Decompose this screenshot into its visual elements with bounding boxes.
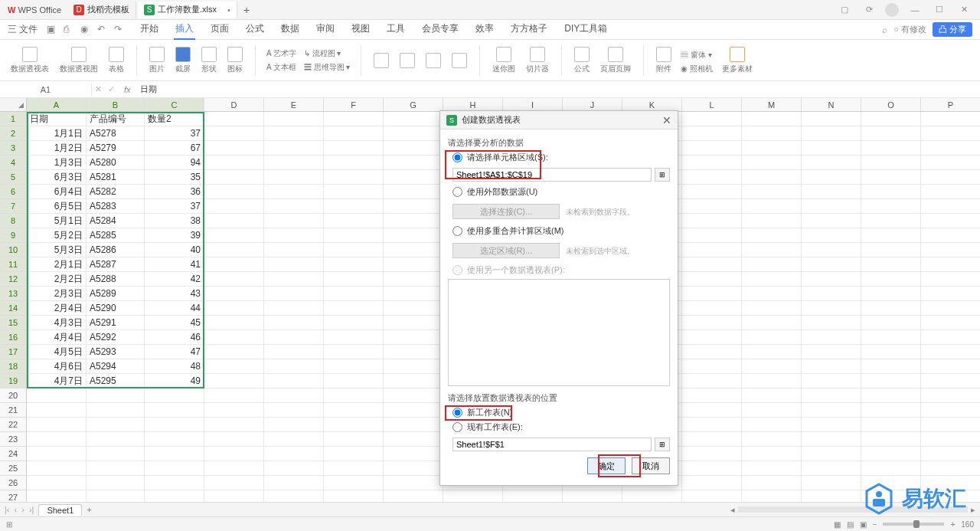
cell[interactable] (921, 476, 980, 490)
cell[interactable] (384, 403, 443, 418)
cell[interactable] (204, 301, 264, 316)
zoom-value[interactable]: 160 (961, 520, 974, 529)
dialog-opt-range[interactable]: 请选择单元格区域(S): (452, 152, 670, 163)
col-header-D[interactable]: D (204, 98, 264, 112)
ribbon-picture[interactable]: 图片 (148, 47, 166, 74)
cell[interactable] (204, 359, 264, 374)
cell[interactable] (742, 185, 802, 199)
cell[interactable] (324, 490, 384, 502)
cell[interactable] (384, 287, 443, 301)
cell[interactable] (742, 418, 802, 432)
fx-confirm-icon[interactable]: ✓ (105, 84, 118, 94)
row-header-13[interactable]: 13 (0, 287, 27, 301)
menu-tab-开始[interactable]: 开始 (139, 19, 160, 40)
cell[interactable] (27, 388, 87, 403)
cell[interactable] (204, 112, 264, 126)
col-header-E[interactable]: E (264, 98, 324, 112)
formula-input[interactable]: 日期 (137, 84, 980, 95)
cell[interactable] (204, 345, 264, 359)
cell[interactable] (264, 243, 324, 257)
cell[interactable] (204, 243, 264, 257)
cell[interactable] (264, 345, 324, 359)
cell[interactable] (682, 330, 742, 345)
menu-tab-插入[interactable]: 插入 (174, 19, 195, 40)
ribbon-chart-3[interactable] (424, 53, 443, 68)
cell[interactable] (682, 447, 742, 461)
col-header-N[interactable]: N (802, 98, 861, 112)
row-header-23[interactable]: 23 (0, 432, 27, 447)
sheet-nav-next[interactable]: › (21, 505, 24, 514)
cell[interactable]: A5290 (87, 301, 145, 316)
cell[interactable] (742, 170, 802, 185)
cell[interactable] (324, 170, 384, 185)
cell[interactable] (204, 388, 264, 403)
radio-select-range[interactable] (452, 152, 462, 162)
cell[interactable] (802, 461, 861, 476)
cell[interactable] (204, 156, 264, 170)
qat-undo-icon[interactable]: ↶ (97, 24, 109, 36)
cell[interactable] (802, 228, 861, 243)
cell[interactable] (145, 418, 204, 432)
cell[interactable] (204, 418, 264, 432)
qat-preview-icon[interactable]: ◉ (80, 24, 93, 36)
row-header-5[interactable]: 5 (0, 170, 27, 185)
dialog-titlebar[interactable]: S 创建数据透视表 ✕ (440, 111, 678, 129)
cell[interactable] (682, 476, 742, 490)
dialog-close-button[interactable]: ✕ (662, 114, 671, 126)
cell[interactable] (682, 490, 742, 502)
cell[interactable] (324, 330, 384, 345)
zoom-in-button[interactable]: + (950, 520, 955, 529)
cell[interactable]: A5295 (87, 374, 145, 388)
ribbon-chart-2[interactable] (398, 53, 416, 68)
view-break-icon[interactable]: ▣ (860, 520, 867, 529)
cell[interactable]: A5278 (87, 126, 145, 141)
cell[interactable] (742, 112, 802, 126)
name-box[interactable]: A1 (0, 84, 92, 96)
sheet-nav-last[interactable]: ›| (29, 505, 34, 514)
cell[interactable] (87, 403, 145, 418)
cell[interactable] (861, 432, 921, 447)
row-header-25[interactable]: 25 (0, 461, 27, 476)
cell[interactable] (921, 316, 980, 330)
cell[interactable] (204, 330, 264, 345)
cell[interactable] (921, 388, 980, 403)
cell[interactable] (861, 301, 921, 316)
row-header-4[interactable]: 4 (0, 156, 27, 170)
cell[interactable]: A5280 (87, 156, 145, 170)
cell[interactable] (861, 170, 921, 185)
row-header-19[interactable]: 19 (0, 374, 27, 388)
cell[interactable] (742, 447, 802, 461)
cell[interactable] (384, 228, 443, 243)
cell[interactable] (742, 432, 802, 447)
cell[interactable] (802, 345, 861, 359)
col-header-P[interactable]: P (921, 98, 980, 112)
cell[interactable] (921, 287, 980, 301)
cell[interactable] (264, 374, 324, 388)
minimize-button[interactable]: — (906, 2, 923, 18)
close-button[interactable]: ✕ (956, 2, 972, 18)
cell[interactable] (384, 316, 443, 330)
cell[interactable] (861, 243, 921, 257)
ribbon-pivot-chart[interactable]: 数据透视图 (58, 47, 100, 74)
cell[interactable] (861, 126, 921, 141)
cell[interactable] (921, 359, 980, 374)
cell[interactable]: A5282 (87, 185, 145, 199)
cell[interactable] (264, 403, 324, 418)
cell[interactable] (384, 301, 443, 316)
file-menu[interactable]: 三 文件 (8, 23, 38, 36)
cell[interactable] (921, 185, 980, 199)
sheet-nav-prev[interactable]: ‹ (15, 505, 18, 514)
cell[interactable] (264, 330, 324, 345)
ribbon-flowchart[interactable]: ↳ 流程图 ▾ (304, 48, 351, 59)
col-header-F[interactable]: F (324, 98, 384, 112)
cell[interactable] (742, 228, 802, 243)
cell[interactable] (861, 185, 921, 199)
cell[interactable] (861, 359, 921, 374)
cell[interactable] (145, 461, 204, 476)
cell[interactable] (742, 287, 802, 301)
cell[interactable] (384, 374, 443, 388)
cell[interactable] (27, 490, 87, 502)
cell[interactable] (682, 141, 742, 156)
cell[interactable] (682, 126, 742, 141)
cell[interactable] (563, 490, 622, 502)
